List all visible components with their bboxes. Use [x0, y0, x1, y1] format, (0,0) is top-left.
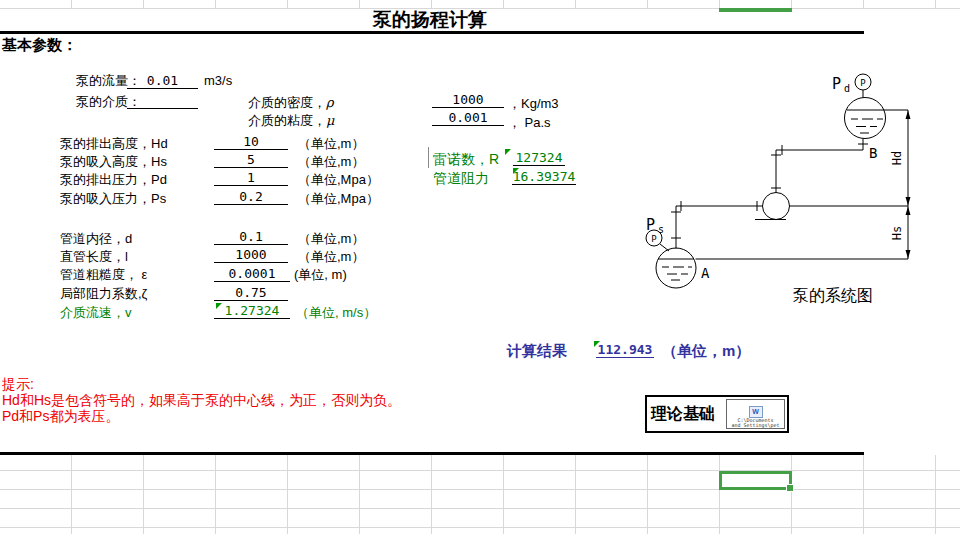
field-hs-value[interactable]: 5	[214, 152, 288, 168]
field-pipe-l-value[interactable]: 1000	[214, 247, 288, 263]
embedded-doc-path-line-2: and Settings\pet	[727, 423, 784, 428]
label-pd-sub: d	[844, 83, 850, 94]
field-zeta-value[interactable]: 0.75	[214, 285, 288, 301]
field-hs-unit: （单位,m）	[298, 153, 364, 171]
field-reynolds-label: 雷诺数，R	[433, 151, 499, 169]
pump-system-diagram: P d P B P s P A Hd Hs	[630, 55, 960, 310]
field-viscosity-value[interactable]: 0.001	[432, 110, 504, 126]
field-result-label: 计算结果	[507, 342, 567, 361]
page-title: 泵的扬程计算	[290, 7, 570, 33]
field-pipe-l-unit: （单位,m）	[298, 248, 364, 266]
tank-a	[656, 248, 696, 288]
title-rule	[0, 31, 864, 34]
field-hs-label: 泵的吸入高度，Hs	[60, 153, 167, 171]
section-header: 基本参数：	[2, 36, 77, 55]
gauge-pd-letter: P	[860, 78, 866, 88]
cell-border-fragment	[428, 147, 429, 168]
dim-label-hs: Hs	[890, 226, 904, 240]
label-ps-sub: s	[658, 224, 664, 235]
bottom-grid-area[interactable]	[0, 455, 960, 534]
field-pd-unit: （单位,Mpa）	[298, 171, 379, 189]
selected-cell[interactable]	[719, 471, 792, 490]
field-medium-value[interactable]	[127, 93, 198, 109]
theory-basis-box[interactable]: 理论基础 W C:\Documents and Settings\pet	[645, 395, 789, 433]
field-zeta-label: 局部阻力系数,ζ	[60, 285, 147, 303]
embedded-doc-object[interactable]: W C:\Documents and Settings\pet	[726, 399, 785, 429]
rho-symbol: ρ	[326, 95, 334, 110]
field-pd-label: 泵的排出压力，Pd	[60, 171, 167, 189]
field-pipe-d-unit: （单位,m）	[298, 230, 364, 248]
field-velocity-label: 介质流速，v	[60, 304, 132, 322]
field-flow-value[interactable]: 0.01	[127, 73, 198, 89]
field-hd-label: 泵的排出高度，Hd	[60, 135, 168, 153]
field-density-value[interactable]: 1000	[432, 92, 504, 108]
label-pd: P	[832, 75, 841, 93]
field-hd-value[interactable]: 10	[214, 134, 288, 150]
theory-basis-label: 理论基础	[651, 404, 715, 425]
spreadsheet-canvas: 泵的扬程计算 基本参数： 泵的流量： 0.01 m3/s 泵的介质： 介质的密度…	[0, 0, 960, 534]
field-roughness-label: 管道粗糙度， ε	[60, 266, 147, 284]
tank-b	[845, 98, 886, 139]
field-density-label: 介质的密度，ρ	[248, 94, 334, 112]
selection-top-edge	[719, 8, 792, 12]
field-result-value[interactable]: 112.943	[596, 342, 654, 358]
field-hd-unit: （单位,m）	[298, 135, 364, 153]
field-pipe-d-label: 管道内径，d	[60, 230, 132, 248]
field-reynolds-value[interactable]: 127324	[513, 150, 565, 166]
field-pipe-d-value[interactable]: 0.1	[214, 229, 288, 245]
label-tank-b: B	[869, 145, 877, 161]
diagram-caption: 泵的系统图	[793, 286, 873, 307]
field-flow-unit: m3/s	[204, 73, 232, 88]
field-roughness-unit: (单位, m)	[294, 266, 347, 284]
field-resistance-value[interactable]: 16.39374	[512, 169, 576, 185]
field-roughness-value[interactable]: 0.0001	[214, 266, 290, 282]
fill-handle[interactable]	[786, 484, 794, 492]
field-pd-value[interactable]: 1	[214, 170, 288, 186]
field-viscosity-label: 介质的粘度，μ	[248, 112, 334, 130]
label-tank-a: A	[701, 265, 710, 281]
field-result-unit: （单位，m）	[662, 342, 750, 361]
gauge-ps-letter: P	[651, 234, 657, 244]
comment-triangle-reynolds	[505, 149, 511, 155]
field-ps-value[interactable]: 0.2	[214, 189, 288, 205]
field-density-unit: ，Kg/m3	[508, 95, 559, 113]
field-velocity-unit: （单位, m/s）	[296, 304, 376, 322]
field-velocity-value[interactable]: 1.27324	[214, 303, 290, 319]
field-viscosity-unit: ， Pa.s	[508, 114, 551, 132]
notes-line-2: Pd和Ps都为表压。	[2, 408, 119, 426]
mu-symbol: μ	[326, 113, 334, 128]
dim-label-hd: Hd	[890, 151, 904, 165]
field-resistance-label: 管道阻力	[433, 170, 489, 188]
field-ps-unit: （单位,Mpa）	[298, 190, 379, 208]
field-pipe-l-label: 直管长度，l	[60, 248, 128, 266]
field-ps-label: 泵的吸入压力，Ps	[60, 190, 166, 208]
label-ps: P	[646, 216, 655, 234]
pump-icon	[763, 193, 790, 220]
